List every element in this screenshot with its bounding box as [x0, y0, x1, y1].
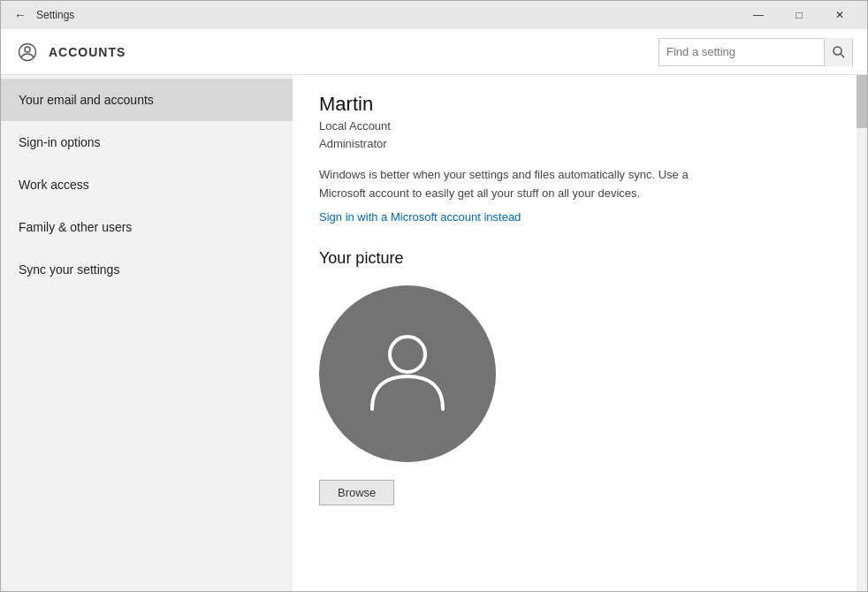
avatar [319, 285, 496, 462]
sync-message: Windows is better when your settings and… [319, 166, 699, 203]
window-controls: — □ ✕ [738, 1, 860, 29]
browse-button[interactable]: Browse [319, 480, 394, 505]
search-box [659, 38, 853, 66]
sign-in-link[interactable]: Sign in with a Microsoft account instead [319, 210, 521, 224]
accounts-icon [15, 40, 40, 65]
picture-section-title: Your picture [319, 249, 841, 268]
sidebar-item-sign-in-options[interactable]: Sign-in options [1, 121, 293, 163]
user-account-type: Local Account Administrator [319, 118, 841, 152]
sidebar: Your email and accounts Sign-in options … [1, 75, 293, 591]
svg-line-3 [840, 53, 844, 57]
content-panel: Martin Local Account Administrator Windo… [293, 75, 867, 591]
svg-point-1 [25, 47, 30, 52]
scrollbar-track[interactable] [857, 75, 867, 591]
maximize-button[interactable]: □ [779, 1, 819, 29]
settings-window: ← Settings — □ ✕ ACCOUNTS [0, 0, 868, 592]
svg-point-4 [390, 337, 425, 372]
header-title: ACCOUNTS [49, 45, 126, 59]
back-button[interactable]: ← [8, 3, 33, 27]
search-input[interactable] [659, 45, 824, 58]
main-area: Your email and accounts Sign-in options … [1, 75, 867, 591]
header-bar: ACCOUNTS [1, 29, 867, 75]
minimize-button[interactable]: — [738, 1, 779, 29]
sidebar-item-email-accounts[interactable]: Your email and accounts [1, 79, 293, 121]
sidebar-item-work-access[interactable]: Work access [1, 163, 293, 206]
sidebar-item-sync-settings[interactable]: Sync your settings [1, 248, 293, 291]
title-bar: ← Settings — □ ✕ [1, 1, 867, 29]
user-name: Martin [319, 93, 841, 116]
scrollbar-thumb[interactable] [857, 75, 867, 128]
window-title: Settings [36, 9, 74, 21]
search-button[interactable] [824, 38, 852, 66]
sidebar-item-family-other-users[interactable]: Family & other users [1, 206, 293, 248]
close-button[interactable]: ✕ [819, 1, 860, 29]
